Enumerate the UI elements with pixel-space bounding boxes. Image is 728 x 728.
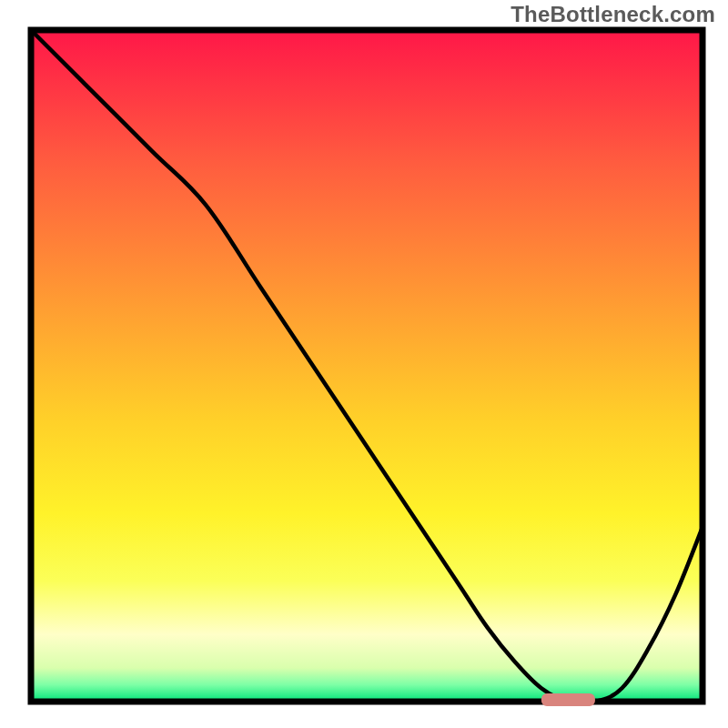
optimum-marker [541,693,595,706]
watermark-text: TheBottleneck.com [511,2,715,27]
bottleneck-chart-svg [0,0,728,728]
chart-frame: TheBottleneck.com [0,0,728,728]
